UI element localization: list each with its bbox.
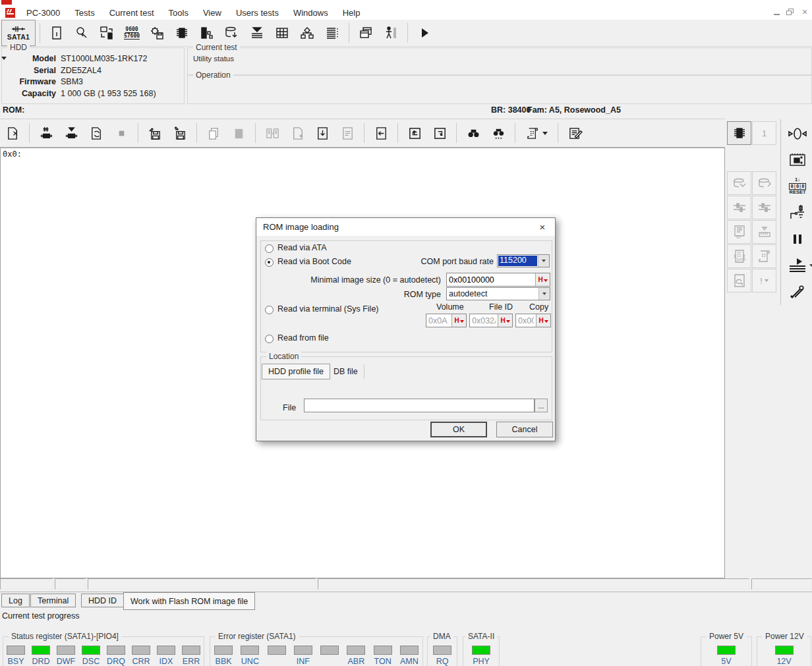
menu-pc-3000[interactable]: PC-3000: [19, 8, 67, 18]
close-icon[interactable]: ×: [800, 7, 809, 16]
menu-current-test[interactable]: Current test: [102, 8, 161, 18]
find-button[interactable]: [461, 121, 486, 145]
minimize-icon[interactable]: [774, 9, 780, 15]
rom-write-from-file-button[interactable]: [167, 121, 192, 145]
menu-users-tests[interactable]: Users tests: [229, 8, 286, 18]
rom-chip-number-button[interactable]: [34, 121, 59, 145]
chevron-down-icon[interactable]: [538, 288, 550, 300]
pcb-chip-button[interactable]: [783, 147, 812, 173]
radio-read-via-terminal[interactable]: [265, 306, 274, 314]
utility-settings-button[interactable]: [144, 21, 169, 45]
doc-return-button[interactable]: [727, 269, 751, 292]
write-back-button[interactable]: [368, 121, 393, 145]
head-1-button[interactable]: 1: [752, 121, 776, 145]
copy-button[interactable]: [201, 121, 226, 145]
pause-button[interactable]: [783, 226, 812, 252]
page-up-button[interactable]: [402, 121, 427, 145]
windows-cascade-button[interactable]: [353, 21, 378, 45]
code-scroll-button[interactable]: [752, 244, 776, 268]
rom-reload-button[interactable]: [84, 121, 109, 145]
oscilloscope-probe-button[interactable]: [783, 200, 812, 226]
rom-type-combo[interactable]: autodetect: [446, 287, 550, 300]
menu-tests[interactable]: Tests: [67, 8, 102, 18]
device-mode-button[interactable]: [94, 21, 119, 45]
ruler-chart-button[interactable]: [752, 220, 776, 244]
min-size-input[interactable]: [447, 273, 535, 286]
chevron-down-icon[interactable]: [542, 132, 548, 135]
filter-tests-button[interactable]: [245, 21, 270, 45]
resources-button[interactable]: [194, 21, 219, 45]
power-zero-button[interactable]: [783, 121, 812, 147]
hex-mode-button[interactable]: H: [498, 314, 512, 327]
radio-read-from-file[interactable]: [265, 335, 274, 343]
rom-clear-button[interactable]: [0, 121, 25, 145]
disk-structure-button[interactable]: [219, 21, 245, 45]
run-script-button[interactable]: [783, 252, 812, 279]
dialog-titlebar[interactable]: ROM image loading ×: [256, 218, 555, 236]
tab-log[interactable]: Log: [1, 594, 30, 607]
radio-read-via-boot-code[interactable]: [265, 258, 274, 267]
menu-help[interactable]: Help: [335, 8, 368, 18]
cancel-button[interactable]: Cancel: [496, 422, 553, 437]
load-part-button[interactable]: [310, 121, 335, 145]
rom-read-to-file-button[interactable]: [142, 121, 167, 145]
radio-read-via-ata[interactable]: [265, 244, 274, 253]
restore-icon[interactable]: [786, 9, 794, 15]
start-test-button[interactable]: [412, 21, 437, 45]
rom-chip-select-button[interactable]: [59, 121, 84, 145]
page-down-button[interactable]: [427, 121, 452, 145]
radio-read-via-terminal-label[interactable]: Read via terminal (Sys File): [277, 304, 379, 314]
append-image-button[interactable]: [285, 121, 310, 145]
reset-button[interactable]: 1↓ 0|0|0 RESET: [783, 173, 812, 200]
ok-button[interactable]: OK: [430, 422, 487, 437]
sata1-port-button[interactable]: SATA1: [1, 20, 36, 46]
radio-read-from-file-label[interactable]: Read from file: [277, 333, 329, 343]
read-disk-b-button[interactable]: [752, 171, 776, 195]
image-numbers-button[interactable]: [335, 121, 360, 145]
edit-mode-button[interactable]: [562, 121, 587, 145]
chevron-down-icon[interactable]: [809, 264, 812, 267]
warning-dropdown-button[interactable]: !: [752, 269, 776, 292]
menu-view[interactable]: View: [196, 8, 229, 18]
flash-chip-button[interactable]: [169, 21, 194, 45]
menu-tools[interactable]: Tools: [161, 8, 196, 18]
read-disk-a-button[interactable]: [727, 171, 751, 195]
tab-db-file[interactable]: DB file: [328, 364, 364, 379]
file-id-input[interactable]: [470, 314, 498, 327]
tab-work-with-flash-rom-image-file[interactable]: Work with Flash ROM image file: [123, 592, 255, 610]
paste-button[interactable]: [226, 121, 251, 145]
connector-b-button[interactable]: [752, 196, 776, 219]
lamp-button[interactable]: [69, 21, 94, 45]
rom-stop-button[interactable]: [109, 121, 134, 145]
radio-read-via-boot-code-label[interactable]: Read via Boot Code: [277, 257, 351, 266]
copy-input[interactable]: [516, 314, 536, 327]
hex-mode-button[interactable]: H: [535, 273, 550, 286]
chip-select-button[interactable]: [727, 121, 751, 145]
hex-mode-button[interactable]: H: [536, 314, 550, 327]
browse-button[interactable]: ...: [535, 399, 548, 412]
exit-button[interactable]: [378, 21, 403, 45]
data-doc-button[interactable]: DATA: [727, 244, 751, 268]
volume-input[interactable]: [426, 314, 451, 327]
close-icon[interactable]: ×: [536, 221, 548, 233]
algorithm-button[interactable]: [295, 21, 320, 45]
hdd-port-dropdown-icon[interactable]: [1, 57, 7, 60]
tab-terminal[interactable]: Terminal: [30, 594, 76, 607]
baud-rate-button[interactable]: 960057600: [119, 21, 144, 45]
find-next-button[interactable]: [486, 121, 511, 145]
com-baud-combo[interactable]: 115200: [497, 254, 550, 267]
compare-images-button[interactable]: [260, 121, 285, 145]
connector-a-button[interactable]: [727, 196, 751, 219]
rom-properties-button[interactable]: [519, 121, 554, 145]
tab-hdd-id[interactable]: HDD ID: [81, 594, 124, 607]
script-list-button[interactable]: [320, 21, 345, 45]
menu-windows[interactable]: Windows: [286, 8, 335, 18]
chevron-down-icon[interactable]: [538, 255, 549, 267]
tab-hdd-profile-file[interactable]: HDD profile file: [262, 364, 330, 379]
drive-info-button[interactable]: [44, 21, 69, 45]
settings-tools-button[interactable]: [783, 279, 812, 305]
hdd-id-button[interactable]: ID: [727, 220, 751, 244]
radio-read-via-ata-label[interactable]: Read via ATA: [277, 243, 327, 252]
file-path-input[interactable]: [304, 399, 534, 412]
hex-mode-button[interactable]: H: [451, 314, 466, 327]
